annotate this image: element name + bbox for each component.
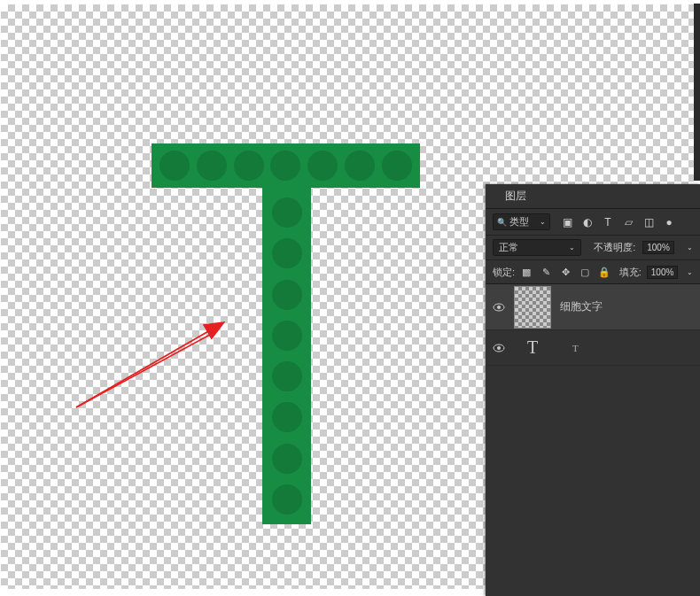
- chevron-down-icon[interactable]: ⌄: [687, 268, 693, 276]
- filter-adjustment-icon[interactable]: ◐: [581, 216, 594, 228]
- filter-pixel-icon[interactable]: ▣: [561, 216, 573, 228]
- filter-type-icon[interactable]: T: [602, 216, 614, 228]
- svg-point-4: [497, 306, 501, 309]
- dot-icon: [272, 361, 302, 391]
- t-horizontal-bar: [152, 143, 420, 188]
- opacity-input[interactable]: 100%: [642, 241, 674, 254]
- dot-icon: [272, 280, 302, 310]
- dot-icon: [272, 402, 302, 432]
- dot-icon: [272, 238, 302, 268]
- layer-row[interactable]: 细胞文字: [486, 284, 700, 330]
- search-icon: 🔍: [497, 218, 507, 227]
- lock-all-icon[interactable]: 🔒: [598, 266, 611, 278]
- chevron-down-icon: ⌄: [569, 244, 575, 252]
- layer-row[interactable]: T T: [486, 330, 700, 366]
- layer-thumbnail[interactable]: [514, 286, 551, 329]
- filter-icons-group: ▣ ◐ T ▱ ◫ ●: [561, 216, 675, 228]
- blend-mode-dropdown[interactable]: 正常 ⌄: [493, 239, 581, 256]
- layers-panel: 图层 🔍 类型 ⌄ ▣ ◐ T ▱ ◫ ● 正常 ⌄ 不透明度: 100% ⌄ …: [486, 184, 700, 596]
- blend-opacity-row: 正常 ⌄ 不透明度: 100% ⌄: [486, 236, 700, 260]
- svg-point-6: [497, 346, 501, 350]
- lock-label: 锁定:: [493, 266, 515, 279]
- annotation-arrow: [72, 314, 240, 421]
- text-layer-icon: T: [519, 335, 546, 361]
- layer-filter-row: 🔍 类型 ⌄ ▣ ◐ T ▱ ◫ ●: [486, 209, 700, 236]
- dot-icon: [234, 151, 264, 181]
- filter-shape-icon[interactable]: ▱: [622, 216, 634, 228]
- svg-line-2: [76, 330, 218, 407]
- lock-artboard-icon[interactable]: ▢: [579, 266, 591, 278]
- chevron-down-icon[interactable]: ⌄: [687, 244, 693, 252]
- chevron-down-icon: ⌄: [540, 218, 546, 226]
- dot-icon: [382, 151, 412, 181]
- lock-transparency-icon[interactable]: ▩: [520, 266, 533, 278]
- lock-icons-group: ▩ ✎ ✥ ▢ 🔒: [520, 266, 611, 278]
- opacity-label: 不透明度:: [594, 241, 635, 254]
- panel-tab-bar: 图层: [486, 184, 700, 209]
- visibility-toggle-icon[interactable]: [493, 301, 505, 313]
- dot-icon: [345, 151, 375, 181]
- svg-line-1: [76, 323, 222, 407]
- layer-name[interactable]: 细胞文字: [560, 299, 603, 314]
- dot-icon: [307, 151, 338, 181]
- dot-icon: [197, 151, 227, 181]
- lock-pixels-icon[interactable]: ✎: [540, 266, 552, 278]
- fill-input[interactable]: 100%: [647, 266, 679, 279]
- filter-smart-icon[interactable]: ◫: [642, 216, 655, 228]
- visibility-toggle-icon[interactable]: [493, 342, 505, 354]
- filter-toggle-icon[interactable]: ●: [663, 216, 675, 228]
- layer-name[interactable]: T: [572, 343, 579, 353]
- fill-label: 填充:: [619, 266, 642, 279]
- blend-mode-value: 正常: [499, 241, 518, 254]
- dot-icon: [272, 444, 302, 474]
- layers-tab[interactable]: 图层: [496, 186, 535, 206]
- t-vertical-bar: [262, 188, 311, 524]
- dot-icon: [272, 484, 302, 515]
- layers-list: 细胞文字 T T: [486, 284, 700, 366]
- lock-position-icon[interactable]: ✥: [559, 266, 572, 278]
- dot-icon: [159, 151, 190, 181]
- filter-type-dropdown[interactable]: 🔍 类型 ⌄: [493, 213, 550, 230]
- filter-type-label: 类型: [509, 215, 529, 228]
- dot-icon: [270, 151, 300, 181]
- dot-icon: [272, 197, 302, 228]
- dot-icon: [272, 321, 302, 351]
- lock-fill-row: 锁定: ▩ ✎ ✥ ▢ 🔒 填充: 100% ⌄: [486, 260, 700, 284]
- right-panel-edge: [694, 4, 700, 181]
